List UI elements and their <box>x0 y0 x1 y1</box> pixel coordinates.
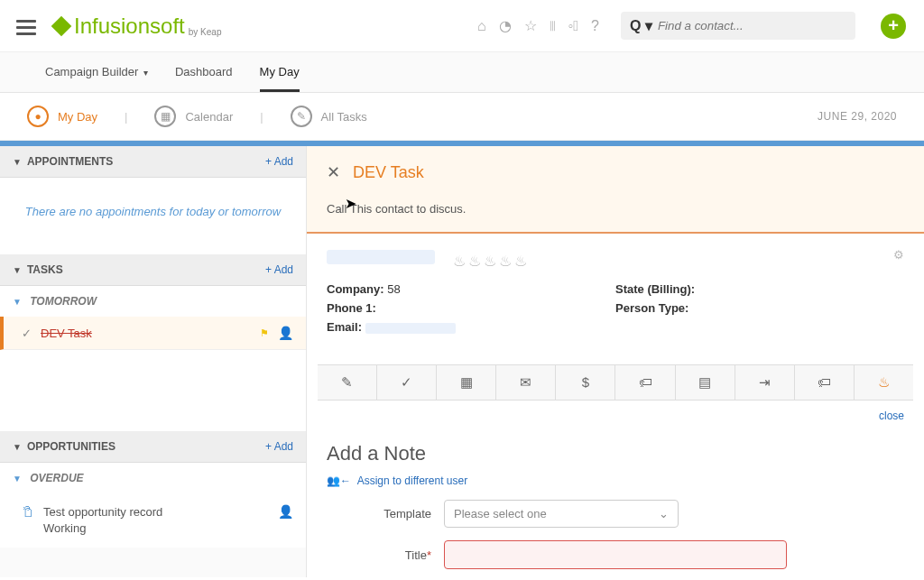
user-icon[interactable]: ◦⃝ <box>568 18 579 34</box>
label: Email: <box>327 320 362 334</box>
logo-icon <box>51 15 72 36</box>
complete-action[interactable]: ✓ <box>377 365 437 400</box>
label-action[interactable]: 🏷 <box>795 365 855 400</box>
note-action[interactable]: ▤ <box>676 365 735 400</box>
tab-campaign-builder[interactable]: Campaign Builder ▾ <box>45 65 148 92</box>
group-label: OVERDUE <box>30 472 83 484</box>
detail-description: Call This contact to discus. <box>307 193 924 234</box>
home-icon[interactable]: ⌂ <box>477 18 486 34</box>
check-icon[interactable]: ✓ <box>22 327 32 340</box>
group-label: TOMORROW <box>30 295 97 308</box>
add-button[interactable]: + <box>881 14 906 39</box>
chevron-down-icon: ⌄ <box>659 507 669 520</box>
spacer <box>0 350 306 431</box>
subtab-all-tasks[interactable]: ✎ All Tasks <box>291 106 367 127</box>
menu-button[interactable] <box>16 16 36 39</box>
subtab-label: My Day <box>58 110 97 124</box>
label: State (Billing): <box>615 282 695 296</box>
left-panel: ▼ APPOINTMENTS + Add There are no appoin… <box>0 146 307 577</box>
myday-icon: ● <box>27 106 49 127</box>
activity-icon[interactable]: ⫴ <box>550 18 556 34</box>
payment-action[interactable]: $ <box>556 365 615 400</box>
subtab-my-day[interactable]: ● My Day <box>27 106 97 127</box>
caret-down-icon: ▼ <box>13 474 22 483</box>
flag-icon[interactable]: ⚑ <box>260 327 269 339</box>
label-text: Title <box>405 548 427 562</box>
calendar-action[interactable]: ▦ <box>437 365 496 400</box>
add-opportunity-link[interactable]: + Add <box>265 440 293 453</box>
caret-down-icon: ▼ <box>13 442 22 452</box>
caret-down-icon: ▼ <box>13 297 22 307</box>
tag-action[interactable]: 🏷 <box>615 365 675 400</box>
hierarchy-action[interactable]: ⇥ <box>735 365 795 400</box>
chevron-down-icon: ▾ <box>143 68 148 78</box>
detail-title: DEV Task <box>353 163 424 182</box>
title-label: Title* <box>327 548 444 562</box>
close-link[interactable]: close <box>307 404 924 433</box>
opportunity-line2: Working <box>43 520 278 537</box>
note-heading: Add a Note <box>327 442 904 465</box>
section-title: TASKS <box>27 263 63 276</box>
contact-card: ⚙ ♨♨♨♨♨ Company: 58 Phone 1: Email: Stat… <box>307 234 924 355</box>
subtab-label: All Tasks <box>321 110 367 124</box>
detail-header: ✕ DEV Task <box>307 146 924 193</box>
action-bar: ✎ ✓ ▦ ✉ $ 🏷 ▤ ⇥ 🏷 ♨ <box>318 364 913 400</box>
title-input[interactable] <box>444 540 787 569</box>
person-type-field: Person Type: <box>615 301 904 315</box>
email-field: Email: <box>327 320 615 334</box>
opportunities-header[interactable]: ▼ OPPORTUNITIES + Add <box>0 431 306 463</box>
search-box[interactable]: Q ▾ <box>621 12 855 40</box>
add-note-section: Add a Note 👥← Assign to different user T… <box>307 433 924 577</box>
email-action[interactable]: ✉ <box>496 365 556 400</box>
tasks-group-tomorrow[interactable]: ▼ TOMORROW <box>0 286 306 317</box>
tab-my-day[interactable]: My Day <box>260 65 300 92</box>
tab-label: Campaign Builder <box>45 65 138 78</box>
appointments-header[interactable]: ▼ APPOINTMENTS + Add <box>0 146 306 178</box>
opportunities-group-overdue[interactable]: ▼ OVERDUE <box>0 463 306 493</box>
email-redacted <box>365 323 456 334</box>
close-icon[interactable]: ✕ <box>327 162 340 182</box>
subtab-label: Calendar <box>185 110 233 124</box>
gear-icon[interactable]: ⚙ <box>893 248 904 262</box>
opportunity-text: Test opportunity record Working <box>43 504 278 537</box>
task-row[interactable]: ✓ DEV Task ⚑ 👤 <box>0 317 306 350</box>
section-title: APPOINTMENTS <box>27 155 113 168</box>
edit-action[interactable]: ✎ <box>318 365 377 400</box>
search-icon: Q ▾ <box>630 17 652 34</box>
separator: | <box>125 110 127 124</box>
template-select[interactable]: Please select one ⌄ <box>444 500 679 528</box>
detail-panel: ✕ DEV Task Call This contact to discus. … <box>307 146 924 577</box>
flame-action[interactable]: ♨ <box>855 365 913 400</box>
search-input[interactable] <box>658 19 838 32</box>
flame-rating: ♨♨♨♨♨ <box>453 253 530 270</box>
tag-icon: 🏷 <box>21 505 35 518</box>
opportunity-line1: Test opportunity record <box>43 504 278 520</box>
person-icon[interactable]: 👤 <box>278 504 293 519</box>
logo: Infusionsoft by Keap <box>54 14 221 39</box>
assign-icon: 👥← <box>327 474 351 487</box>
add-appointment-link[interactable]: + Add <box>265 155 293 168</box>
caret-down-icon: ▼ <box>13 157 22 167</box>
separator: | <box>260 110 263 124</box>
tab-dashboard[interactable]: Dashboard <box>175 65 233 92</box>
subtab-calendar[interactable]: ▦ Calendar <box>154 106 233 127</box>
logo-text: Infusionsoft <box>74 14 185 39</box>
help-icon[interactable]: ? <box>591 18 599 34</box>
required-mark: * <box>427 548 431 562</box>
tasks-header[interactable]: ▼ TASKS + Add <box>0 254 306 286</box>
logo-subtext: by Keap <box>189 27 222 37</box>
opportunity-row[interactable]: 🏷 Test opportunity record Working 👤 <box>0 493 306 548</box>
assign-label: Assign to different user <box>357 474 468 487</box>
tasks-icon: ✎ <box>291 106 312 127</box>
label: Phone 1: <box>327 301 376 315</box>
clock-icon[interactable]: ◔ <box>499 17 512 34</box>
label: Company: <box>327 282 384 296</box>
person-icon[interactable]: 👤 <box>278 326 293 340</box>
calendar-icon: ▦ <box>154 106 176 127</box>
template-label: Template <box>327 507 444 520</box>
appointments-empty: There are no appointments for today or t… <box>0 178 306 254</box>
assign-user-link[interactable]: 👥← Assign to different user <box>327 474 904 487</box>
star-icon[interactable]: ☆ <box>524 17 537 34</box>
value: 58 <box>387 282 400 296</box>
add-task-link[interactable]: + Add <box>265 263 293 276</box>
